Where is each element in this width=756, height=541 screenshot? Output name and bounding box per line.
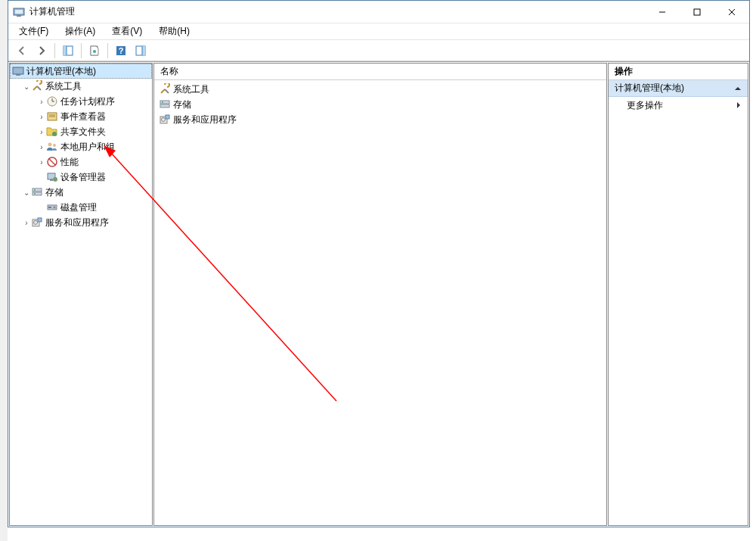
- tree-local-users-groups-label: 本地用户和组: [60, 141, 115, 154]
- computer-management-window: 计算机管理 文件(F) 操作(A) 查看(V) 帮助(H): [8, 0, 750, 527]
- svg-rect-8: [64, 46, 67, 55]
- shared-folder-icon: [46, 126, 58, 138]
- show-hide-tree-button[interactable]: [59, 42, 77, 60]
- toolbar: ?: [8, 40, 749, 61]
- expander-icon[interactable]: ⌄: [22, 82, 31, 91]
- svg-rect-42: [38, 218, 42, 222]
- tree-performance-label: 性能: [60, 156, 79, 169]
- expander-icon[interactable]: ›: [37, 143, 46, 151]
- tree-root-label: 计算机管理(本地): [26, 65, 96, 78]
- svg-rect-39: [48, 207, 51, 208]
- window-controls: [645, 1, 749, 23]
- tree-system-tools-label: 系统工具: [45, 80, 82, 93]
- tree-event-viewer-label: 事件查看器: [60, 110, 106, 123]
- menu-view[interactable]: 查看(V): [109, 23, 145, 39]
- tree-panel[interactable]: 计算机管理(本地) ⌄ 系统工具 › 任务计划程序 › 事件查看器 › 共享文件…: [9, 63, 153, 526]
- svg-point-35: [34, 189, 36, 191]
- event-icon: [46, 110, 58, 123]
- actions-section[interactable]: 计算机管理(本地): [609, 80, 748, 97]
- svg-rect-4: [694, 9, 700, 15]
- tree-storage[interactable]: ⌄ 存储: [10, 185, 152, 200]
- expander-icon[interactable]: ⌄: [22, 188, 31, 197]
- tree-device-manager-label: 设备管理器: [60, 171, 106, 184]
- menubar: 文件(F) 操作(A) 查看(V) 帮助(H): [8, 23, 749, 40]
- list-header-name[interactable]: 名称: [154, 64, 606, 80]
- tree-device-manager[interactable]: 设备管理器: [10, 169, 152, 185]
- actions-header: 操作: [609, 64, 748, 80]
- list-row[interactable]: 系统工具: [154, 82, 606, 97]
- help-button[interactable]: ?: [112, 42, 130, 60]
- disk-icon: [46, 201, 58, 213]
- toolbar-separator: [54, 43, 55, 58]
- toolbar-separator: [107, 43, 108, 58]
- svg-text:?: ?: [119, 46, 124, 55]
- computer-icon: [12, 65, 24, 77]
- expander-icon[interactable]: ›: [37, 128, 46, 136]
- expander-icon[interactable]: ›: [22, 219, 31, 227]
- svg-point-26: [48, 143, 52, 147]
- properties-button[interactable]: [85, 42, 104, 60]
- toolbar-separator: [81, 43, 82, 58]
- performance-icon: [46, 156, 58, 168]
- titlebar[interactable]: 计算机管理: [8, 1, 749, 23]
- svg-point-27: [53, 144, 56, 147]
- list-item-label: 服务和应用程序: [173, 113, 237, 126]
- list-panel[interactable]: 名称 系统工具 存储 服务和应用程序: [153, 63, 607, 526]
- svg-rect-2: [15, 10, 23, 14]
- list-row[interactable]: 存储: [154, 97, 606, 112]
- tree-storage-label: 存储: [45, 186, 64, 199]
- close-button[interactable]: [714, 1, 749, 23]
- expander-icon[interactable]: ›: [37, 158, 46, 166]
- maximize-button[interactable]: [680, 1, 714, 23]
- expander-icon[interactable]: ›: [37, 113, 46, 121]
- background-edge: [0, 0, 8, 541]
- list-row[interactable]: 服务和应用程序: [154, 112, 606, 127]
- svg-rect-15: [142, 46, 145, 55]
- tree-event-viewer[interactable]: › 事件查看器: [10, 109, 152, 124]
- tree-services-apps[interactable]: › 服务和应用程序: [10, 215, 152, 230]
- tree-local-users-groups[interactable]: › 本地用户和组: [10, 139, 152, 154]
- list-item-label: 存储: [173, 98, 191, 111]
- tree-task-scheduler[interactable]: › 任务计划程序: [10, 94, 152, 109]
- list-item-label: 系统工具: [173, 83, 209, 96]
- app-icon: [13, 6, 25, 18]
- minimize-button[interactable]: [645, 1, 680, 23]
- svg-rect-48: [166, 115, 169, 119]
- storage-icon: [159, 98, 171, 110]
- chevron-right-icon: [736, 101, 742, 109]
- tree-disk-management[interactable]: 磁盘管理: [10, 200, 152, 215]
- list-body: 系统工具 存储 服务和应用程序: [154, 80, 606, 525]
- svg-point-32: [53, 177, 57, 182]
- svg-rect-33: [33, 188, 42, 191]
- tree-system-tools[interactable]: ⌄ 系统工具: [10, 79, 152, 94]
- expander-icon[interactable]: ›: [37, 98, 46, 106]
- tree-root[interactable]: 计算机管理(本地): [10, 64, 152, 79]
- svg-point-38: [54, 207, 56, 209]
- menu-file[interactable]: 文件(F): [16, 23, 51, 39]
- tools-icon: [31, 80, 43, 92]
- tree-performance[interactable]: › 性能: [10, 154, 152, 169]
- services-icon: [31, 216, 43, 229]
- show-hide-action-button[interactable]: [132, 42, 150, 60]
- actions-more[interactable]: 更多操作: [609, 97, 748, 113]
- forward-button[interactable]: [33, 42, 51, 60]
- svg-rect-34: [33, 192, 42, 195]
- tree-disk-management-label: 磁盘管理: [60, 201, 97, 214]
- device-icon: [46, 171, 58, 183]
- svg-point-45: [162, 101, 163, 103]
- window-title: 计算机管理: [29, 5, 645, 18]
- svg-rect-31: [50, 179, 53, 181]
- svg-rect-43: [160, 101, 169, 104]
- collapse-icon: [734, 85, 742, 92]
- menu-help[interactable]: 帮助(H): [156, 23, 193, 39]
- actions-section-label: 计算机管理(本地): [615, 82, 684, 95]
- back-button[interactable]: [13, 42, 31, 60]
- tree-shared-folders[interactable]: › 共享文件夹: [10, 124, 152, 139]
- menu-action[interactable]: 操作(A): [62, 23, 98, 39]
- svg-rect-1: [17, 15, 21, 17]
- users-icon: [46, 141, 58, 153]
- tree-shared-folders-label: 共享文件夹: [60, 126, 106, 138]
- actions-panel: 操作 计算机管理(本地) 更多操作: [608, 63, 748, 526]
- svg-rect-44: [160, 104, 169, 107]
- clock-icon: [46, 95, 58, 107]
